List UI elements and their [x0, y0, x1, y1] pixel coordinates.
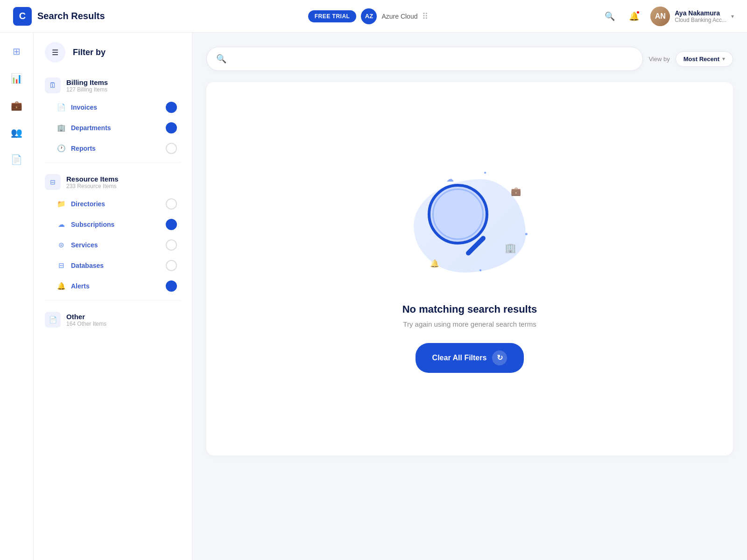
- other-count: 164 Other Items: [66, 321, 106, 327]
- magnifier-illustration: ☁ ● 💼 ● 🏢 🔔 ●: [404, 165, 535, 287]
- page-title: Search Results: [37, 11, 105, 21]
- az-badge[interactable]: AZ: [361, 8, 377, 24]
- sidebar-item-users[interactable]: 👥: [7, 123, 26, 142]
- services-icon: ⊜: [56, 241, 66, 249]
- subscriptions-toggle[interactable]: [166, 219, 177, 230]
- category-divider-2: [45, 300, 181, 301]
- billing-items-label: Billing Items: [66, 78, 108, 86]
- user-info: Aya Nakamura Cloud Banking Acc...: [675, 9, 726, 23]
- magnifier-glass: [428, 184, 488, 245]
- free-trial-badge[interactable]: FREE TRIAL: [308, 10, 357, 22]
- main-content: 🔍 View by Most Recent ▾ ☁ ● 💼 ● 🏢 🔔 ●: [192, 33, 747, 560]
- clear-all-filters-button[interactable]: Clear All Filters ↻: [416, 343, 524, 373]
- filter-panel: ☰ Filter by 🗓 Billing Items 127 Billing …: [34, 33, 192, 560]
- alerts-toggle[interactable]: [166, 280, 177, 292]
- databases-toggle[interactable]: [166, 260, 177, 271]
- refresh-icon: ↻: [492, 350, 507, 365]
- user-name: Aya Nakamura: [675, 9, 726, 17]
- reports-icon: 🕐: [56, 144, 66, 153]
- resource-items-info: Resource Items 233 Resource Items: [66, 175, 119, 189]
- category-divider-1: [45, 162, 181, 163]
- alerts-icon: 🔔: [56, 282, 66, 290]
- app-logo[interactable]: C: [13, 7, 32, 26]
- subscriptions-icon: ☁: [56, 220, 66, 229]
- user-role: Cloud Banking Acc...: [675, 17, 726, 23]
- other-icon: 📄: [45, 312, 61, 328]
- alerts-filter-item[interactable]: 🔔 Alerts: [52, 276, 181, 296]
- invoices-toggle[interactable]: [166, 102, 177, 113]
- view-dropdown[interactable]: Most Recent ▾: [676, 51, 733, 67]
- search-bar[interactable]: 🔍: [206, 47, 643, 71]
- reports-filter-item[interactable]: 🕐 Reports: [52, 138, 181, 159]
- resource-items-header: ⊟ Resource Items 233 Resource Items: [45, 170, 181, 194]
- reports-label: Reports: [71, 145, 161, 152]
- filter-header: ☰ Filter by: [34, 42, 192, 70]
- billing-items-filters: 📄 Invoices 🏢 Departments 🕐 Reports: [45, 97, 181, 159]
- sidebar-item-reports[interactable]: 📊: [7, 69, 26, 88]
- cloud-label: Azure Cloud: [381, 13, 417, 20]
- services-filter-item[interactable]: ⊜ Services: [52, 235, 181, 255]
- float-dot-3: ●: [479, 267, 482, 273]
- avatar: AN: [650, 7, 670, 26]
- alerts-label: Alerts: [71, 282, 161, 290]
- empty-state-subtitle: Try again using more general search term…: [403, 320, 536, 328]
- empty-state: ☁ ● 💼 ● 🏢 🔔 ● No matching search results…: [206, 82, 733, 455]
- other-header: 📄 Other 164 Other Items: [45, 308, 181, 331]
- grid-icon[interactable]: ⠿: [422, 11, 428, 21]
- departments-toggle[interactable]: [166, 122, 177, 133]
- sidebar-icons: ⊞ 📊 💼 👥 📄: [0, 33, 34, 560]
- resource-items-filters: 📁 Directories ☁ Subscriptions ⊜ Services…: [45, 194, 181, 296]
- sidebar-item-document[interactable]: 📄: [7, 150, 26, 169]
- user-chevron-icon: ▾: [731, 13, 734, 20]
- other-section: 📄 Other 164 Other Items: [34, 304, 192, 331]
- reports-toggle[interactable]: [166, 143, 177, 154]
- nav-center: FREE TRIAL AZ Azure Cloud ⠿: [134, 8, 602, 24]
- magnifier-inner-ring: [432, 189, 484, 240]
- sidebar-item-dashboard[interactable]: ⊞: [7, 42, 26, 61]
- databases-filter-item[interactable]: ⊟ Databases: [52, 255, 181, 276]
- search-input[interactable]: [232, 47, 633, 70]
- other-info: Other 164 Other Items: [66, 313, 106, 327]
- view-chevron-icon: ▾: [722, 56, 725, 62]
- billing-items-icon: 🗓: [45, 77, 61, 93]
- notification-dot: [636, 10, 640, 14]
- resource-items-count: 233 Resource Items: [66, 183, 119, 189]
- departments-label: Departments: [71, 124, 161, 132]
- directories-icon: 📁: [56, 200, 66, 208]
- billing-items-count: 127 Billing Items: [66, 86, 108, 93]
- billing-items-info: Billing Items 127 Billing Items: [66, 78, 108, 93]
- search-nav-icon[interactable]: 🔍: [602, 8, 618, 24]
- view-option-label: Most Recent: [684, 56, 719, 63]
- search-bar-container: 🔍 View by Most Recent ▾: [206, 47, 733, 71]
- search-bar-icon: 🔍: [216, 54, 226, 64]
- invoices-icon: 📄: [56, 103, 66, 112]
- subscriptions-filter-item[interactable]: ☁ Subscriptions: [52, 214, 181, 235]
- sidebar-item-briefcase[interactable]: 💼: [7, 96, 26, 115]
- user-area[interactable]: AN Aya Nakamura Cloud Banking Acc... ▾: [650, 7, 734, 26]
- empty-state-title: No matching search results: [402, 303, 537, 315]
- float-dot-2: ●: [525, 231, 528, 237]
- logo-area: C Search Results: [13, 7, 134, 26]
- directories-filter-item[interactable]: 📁 Directories: [52, 194, 181, 214]
- nav-right: 🔍 🔔 AN Aya Nakamura Cloud Banking Acc...…: [602, 7, 734, 26]
- billing-items-header: 🗓 Billing Items 127 Billing Items: [45, 74, 181, 97]
- other-label: Other: [66, 313, 106, 321]
- invoices-filter-item[interactable]: 📄 Invoices: [52, 97, 181, 118]
- resource-items-label: Resource Items: [66, 175, 119, 183]
- services-toggle[interactable]: [166, 239, 177, 251]
- clear-filters-label: Clear All Filters: [432, 354, 487, 362]
- float-dot-1: ●: [484, 170, 486, 175]
- invoices-label: Invoices: [71, 104, 161, 111]
- directories-toggle[interactable]: [166, 198, 177, 210]
- menu-toggle-button[interactable]: ☰: [45, 42, 65, 63]
- filter-by-label: Filter by: [73, 48, 106, 57]
- hamburger-icon: ☰: [52, 48, 58, 57]
- databases-icon: ⊟: [56, 261, 66, 270]
- float-bell-icon: 🔔: [430, 259, 439, 268]
- departments-filter-item[interactable]: 🏢 Departments: [52, 118, 181, 138]
- services-label: Services: [71, 241, 161, 249]
- notification-icon[interactable]: 🔔: [626, 8, 642, 24]
- float-cloud-icon: ☁: [446, 175, 454, 183]
- directories-label: Directories: [71, 200, 161, 208]
- databases-label: Databases: [71, 262, 161, 269]
